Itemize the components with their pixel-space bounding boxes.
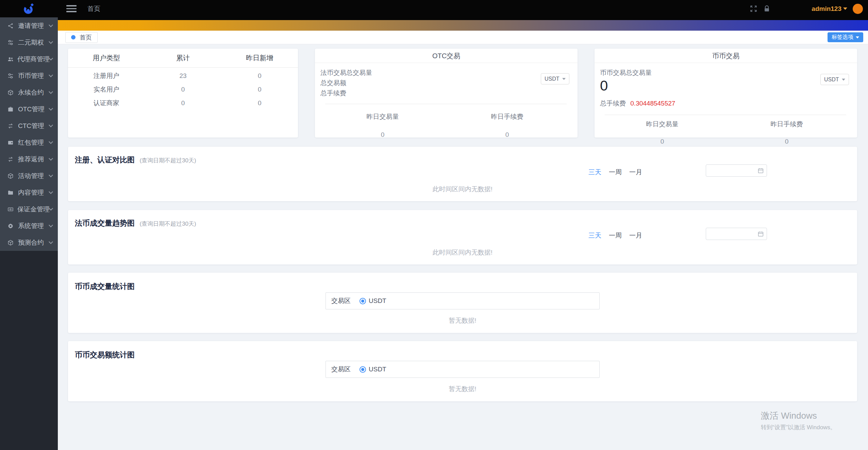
app-logo[interactable] xyxy=(0,2,58,15)
chevron-down-icon xyxy=(562,78,566,80)
sidebar-item-content[interactable]: 内容管理 xyxy=(0,184,58,201)
calendar-icon xyxy=(758,231,764,237)
topnav-home[interactable]: 首页 xyxy=(87,4,100,13)
menu-toggle-icon[interactable] xyxy=(66,3,77,14)
user-type: 注册用户 xyxy=(68,71,145,80)
logo-icon xyxy=(22,2,35,15)
range-link[interactable]: 一周 xyxy=(609,168,622,177)
gear-icon xyxy=(7,223,14,229)
sidebar-item-label: 币币管理 xyxy=(18,71,49,80)
stats-chart-card: 币币成交量统计图 交易区 USDT 暂无数据! xyxy=(68,273,857,333)
sidebar-item-otc[interactable]: OTC管理 xyxy=(0,101,58,117)
chevron-down-icon xyxy=(842,79,845,81)
section-title: 币币成交量统计图 xyxy=(75,282,135,291)
sidebar-item-label: OTC管理 xyxy=(18,105,49,114)
sidebar-filler xyxy=(0,251,58,450)
user-count: 0 xyxy=(221,99,298,107)
cube-icon xyxy=(7,239,14,246)
coin-total-volume-value: 0 xyxy=(600,78,849,94)
user-stats-card: 用户类型 累计 昨日新增 注册用户230实名用户00认证商家00 xyxy=(68,49,298,138)
sidebar-item-label: 推荐返佣 xyxy=(18,155,49,164)
range-link[interactable]: 三天 xyxy=(588,231,601,240)
wallet-icon xyxy=(7,139,14,146)
content: 用户类型 累计 昨日新增 注册用户230实名用户00认证商家00 OTC交易 法… xyxy=(58,44,868,450)
chevron-down-icon xyxy=(49,173,53,177)
trade-zone-box: 交易区 USDT xyxy=(326,361,600,378)
usdt-radio-label[interactable]: USDT xyxy=(369,297,386,305)
calendar-icon xyxy=(758,168,764,174)
otc-yesterday-volume-label: 昨日交易量 xyxy=(320,112,445,121)
usdt-radio[interactable] xyxy=(360,366,366,373)
avatar[interactable] xyxy=(853,4,863,14)
user-type: 实名用户 xyxy=(68,85,145,94)
user-count: 0 xyxy=(221,72,298,80)
chevron-down-icon xyxy=(49,73,53,77)
section-note: (查询日期不超过30天) xyxy=(139,157,196,164)
user-stats-rows: 注册用户230实名用户00认证商家00 xyxy=(68,68,298,110)
sidebar-item-ctc[interactable]: CTC管理 xyxy=(0,117,58,134)
fullscreen-icon[interactable] xyxy=(750,5,757,13)
user-stats-row: 实名用户00 xyxy=(68,83,298,96)
divider xyxy=(605,115,846,115)
sidebar-item-label: 红包管理 xyxy=(18,138,49,147)
share-icon xyxy=(7,22,14,29)
range-link[interactable]: 一月 xyxy=(629,231,642,240)
cube-icon xyxy=(7,173,14,179)
lock-icon[interactable] xyxy=(763,5,771,13)
coin-yesterday-volume-value: 0 xyxy=(600,138,724,145)
range-link[interactable]: 一周 xyxy=(609,231,622,240)
sidebar-item-system[interactable]: 系统管理 xyxy=(0,218,58,234)
sidebar-item-label: 代理商管理 xyxy=(17,55,50,64)
user-stats-row: 认证商家00 xyxy=(68,96,298,110)
watermark-line2: 转到“设置”以激活 Windows。 xyxy=(761,423,836,431)
sliders-icon xyxy=(7,39,14,46)
user-count: 0 xyxy=(145,86,221,93)
range-link[interactable]: 一月 xyxy=(629,168,642,177)
date-range-input[interactable] xyxy=(706,228,767,240)
sliders-icon xyxy=(7,73,14,79)
sidebar: 邀请管理二元期权代理商管理币币管理永续合约OTC管理CTC管理红包管理推荐返佣活… xyxy=(0,17,58,450)
chevron-down-icon xyxy=(49,140,53,144)
otc-total-amount-label: 总交易额 xyxy=(320,78,569,88)
coin-yesterday-volume-label: 昨日交易量 xyxy=(600,120,724,129)
sidebar-item-agent[interactable]: 代理商管理 xyxy=(0,51,58,67)
empty-data-message: 此时间区间内无数据! xyxy=(68,248,857,257)
range-link[interactable]: 三天 xyxy=(588,168,601,177)
usdt-radio[interactable] xyxy=(360,298,366,304)
user-menu[interactable]: admin123 xyxy=(812,5,847,13)
chevron-down-icon xyxy=(49,39,53,44)
watermark-line1: 激活 Windows xyxy=(761,410,836,422)
sidebar-item-binary-options[interactable]: 二元期权 xyxy=(0,34,58,51)
user-count: 0 xyxy=(145,99,221,107)
swap-icon xyxy=(7,123,14,129)
user-count: 0 xyxy=(221,86,298,93)
tab-home[interactable]: 首页 xyxy=(65,32,98,43)
otc-trade-card: OTC交易 法币交易总交易量 总交易额 总手续费 USDT 昨日交易量 0 xyxy=(315,49,578,138)
briefcase-icon xyxy=(7,106,14,113)
section-title: 币币交易额统计图 xyxy=(75,351,135,359)
otc-yesterday-volume-value: 0 xyxy=(320,131,445,139)
chevron-down-icon xyxy=(49,223,53,227)
usdt-radio-label[interactable]: USDT xyxy=(369,366,386,373)
stats-chart-card: 币币交易额统计图 交易区 USDT 暂无数据! xyxy=(68,341,857,401)
sidebar-item-rebate[interactable]: 推荐返佣 xyxy=(0,151,58,167)
tag-options-button[interactable]: 标签选项 xyxy=(828,32,863,42)
coin-currency-select[interactable]: USDT xyxy=(820,74,849,85)
sidebar-item-label: CTC管理 xyxy=(18,122,49,130)
sidebar-item-redpacket[interactable]: 红包管理 xyxy=(0,134,58,151)
trade-zone-label: 交易区 xyxy=(331,296,351,305)
chevron-down-icon xyxy=(49,106,53,111)
range-links: 三天一周一月 xyxy=(588,231,642,240)
empty-data-message: 暂无数据! xyxy=(68,316,857,325)
sidebar-menu: 邀请管理二元期权代理商管理币币管理永续合约OTC管理CTC管理红包管理推荐返佣活… xyxy=(0,17,58,251)
sidebar-item-coin[interactable]: 币币管理 xyxy=(0,67,58,84)
sidebar-item-margin[interactable]: 保证金管理 xyxy=(0,201,58,218)
date-range-input[interactable] xyxy=(706,164,767,177)
trend-chart-card: 法币成交量趋势图 (查询日期不超过30天) 三天一周一月 此时间区间内无数据! xyxy=(68,210,857,264)
sidebar-item-prediction[interactable]: 预测合约 xyxy=(0,234,58,251)
sidebar-item-label: 预测合约 xyxy=(18,238,49,247)
sidebar-item-activity[interactable]: 活动管理 xyxy=(0,167,58,184)
otc-currency-select[interactable]: USDT xyxy=(541,73,569,84)
sidebar-item-invite[interactable]: 邀请管理 xyxy=(0,17,58,34)
sidebar-item-perpetual[interactable]: 永续合约 xyxy=(0,84,58,101)
